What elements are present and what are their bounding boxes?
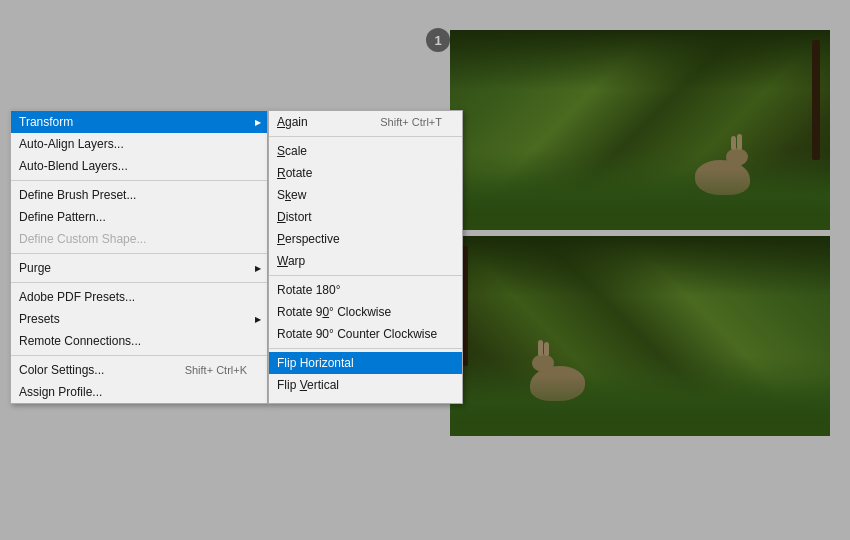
- menu-item-define-pattern[interactable]: Define Pattern...: [11, 206, 267, 228]
- skew-label: Skew: [277, 188, 306, 202]
- submenu-warp[interactable]: Warp: [269, 250, 462, 272]
- menu-item-auto-align[interactable]: Auto-Align Layers...: [11, 133, 267, 155]
- define-pattern-label: Define Pattern...: [19, 210, 106, 224]
- auto-blend-label: Auto-Blend Layers...: [19, 159, 128, 173]
- menu-item-adobe-pdf[interactable]: Adobe PDF Presets...: [11, 286, 267, 308]
- submenu-distort[interactable]: Distort: [269, 206, 462, 228]
- auto-align-label: Auto-Align Layers...: [19, 137, 124, 151]
- rotate90ccw-label: Rotate 90° Counter Clockwise: [277, 327, 437, 341]
- menu-item-remote[interactable]: Remote Connections...: [11, 330, 267, 352]
- menu-container: Transform Auto-Align Layers... Auto-Blen…: [10, 110, 463, 404]
- again-shortcut: Shift+ Ctrl+T: [380, 116, 442, 128]
- submenu-sep-3: [269, 348, 462, 349]
- dark-overlay-2: [450, 236, 830, 296]
- submenu-flip-horizontal[interactable]: Flip Horizontal: [269, 352, 462, 374]
- grass-overlay-1: [450, 170, 830, 230]
- rotate180-label: Rotate 180°: [277, 283, 341, 297]
- rotate-label: Rotate: [277, 166, 312, 180]
- presets-label: Presets: [19, 312, 60, 326]
- submenu-skew[interactable]: Skew: [269, 184, 462, 206]
- submenu-rotate90cw[interactable]: Rotate 90° Clockwise: [269, 301, 462, 323]
- submenu-sep-2: [269, 275, 462, 276]
- menu-item-purge[interactable]: Purge: [11, 257, 267, 279]
- flip-vertical-label: Flip Vertical: [277, 378, 339, 392]
- transform-submenu: Again Shift+ Ctrl+T Scale Rotate Skew Di…: [268, 110, 463, 404]
- menu-item-auto-blend[interactable]: Auto-Blend Layers...: [11, 155, 267, 177]
- assign-profile-label: Assign Profile...: [19, 385, 102, 399]
- rotate90cw-label: Rotate 90° Clockwise: [277, 305, 391, 319]
- menu-item-assign-profile[interactable]: Assign Profile...: [11, 381, 267, 403]
- menu-item-define-custom: Define Custom Shape...: [11, 228, 267, 250]
- grass-overlay-2: [450, 376, 830, 436]
- scale-label: Scale: [277, 144, 307, 158]
- image-1: [450, 30, 830, 230]
- menu-item-define-brush[interactable]: Define Brush Preset...: [11, 184, 267, 206]
- submenu-rotate180[interactable]: Rotate 180°: [269, 279, 462, 301]
- separator-2: [11, 253, 267, 254]
- separator-3: [11, 282, 267, 283]
- submenu-perspective[interactable]: Perspective: [269, 228, 462, 250]
- submenu-scale[interactable]: Scale: [269, 140, 462, 162]
- menu-item-transform[interactable]: Transform: [11, 111, 267, 133]
- perspective-label: Perspective: [277, 232, 340, 246]
- flip-horizontal-label: Flip Horizontal: [277, 356, 354, 370]
- separator-4: [11, 355, 267, 356]
- warp-label: Warp: [277, 254, 305, 268]
- post-1: [812, 40, 820, 160]
- submenu-rotate90ccw[interactable]: Rotate 90° Counter Clockwise: [269, 323, 462, 345]
- submenu-again[interactable]: Again Shift+ Ctrl+T: [269, 111, 462, 133]
- image-2: [450, 236, 830, 436]
- badge-1: 1: [426, 28, 450, 52]
- define-custom-label: Define Custom Shape...: [19, 232, 146, 246]
- image-1-placeholder: [450, 30, 830, 230]
- images-area: [450, 30, 840, 436]
- primary-menu: Transform Auto-Align Layers... Auto-Blen…: [10, 110, 268, 404]
- submenu-sep-1: [269, 136, 462, 137]
- define-brush-label: Define Brush Preset...: [19, 188, 136, 202]
- menu-item-presets[interactable]: Presets: [11, 308, 267, 330]
- color-settings-label: Color Settings...: [19, 363, 104, 377]
- remote-label: Remote Connections...: [19, 334, 141, 348]
- dark-overlay-1: [450, 30, 830, 90]
- adobe-pdf-label: Adobe PDF Presets...: [19, 290, 135, 304]
- image-2-placeholder: [450, 236, 830, 436]
- distort-label: Distort: [277, 210, 312, 224]
- color-settings-shortcut: Shift+ Ctrl+K: [185, 364, 247, 376]
- submenu-rotate[interactable]: Rotate: [269, 162, 462, 184]
- submenu-flip-vertical[interactable]: Flip Vertical: [269, 374, 462, 396]
- purge-label: Purge: [19, 261, 51, 275]
- separator-1: [11, 180, 267, 181]
- menu-item-color-settings[interactable]: Color Settings... Shift+ Ctrl+K: [11, 359, 267, 381]
- again-label: Again: [277, 115, 308, 129]
- menu-item-transform-label: Transform: [19, 115, 73, 129]
